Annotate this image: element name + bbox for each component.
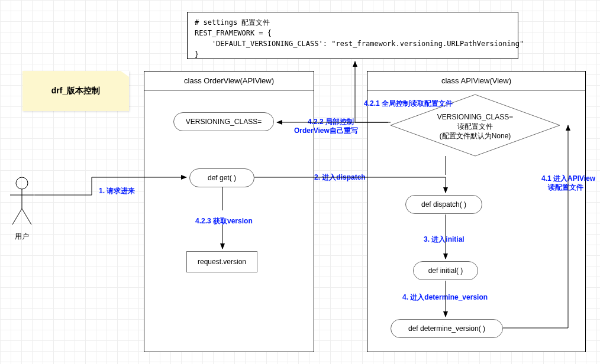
diamond-line1: VERSIONING_CLASS= [437,113,513,121]
apiview-def-determine: def determine_version( ) [391,319,503,338]
apiview-def-initial: def initial( ) [413,261,478,280]
title-note: drf_版本控制 [22,71,129,111]
orderview-request-version: request.version [186,251,257,272]
orderview-versioning-class: VERSIONING_CLASS= [173,112,274,131]
label-421: 4.2.1 全局控制读取配置文件 [364,99,453,109]
apiview-title: class APIView(View) [367,72,585,90]
label-423: 4.2.3 获取version [195,216,253,226]
label-1: 1. 请求进来 [99,186,135,196]
svg-line-4 [12,209,22,225]
label-41b: 读配置文件 [548,183,583,193]
orderview-title: class OrderView(APIView) [144,72,314,90]
svg-point-1 [16,177,28,189]
label-3: 3. 进入initial [424,235,464,245]
user-actor: 用户 [9,176,35,242]
label-422b: OrderView自己重写 [294,126,358,136]
user-label: 用户 [9,232,35,242]
note-text: drf_版本控制 [51,86,100,96]
diamond-line3: (配置文件默认为None) [440,132,511,140]
svg-line-5 [22,209,31,225]
apiview-def-dispatch: def dispatch( ) [405,195,482,214]
label-4: 4. 进入determine_version [402,292,488,303]
orderview-def-get: def get( ) [189,168,254,187]
diamond-line2: 读配置文件 [457,122,493,131]
settings-code-box: # settings 配置文件 REST_FRAMEWORK = { 'DEFA… [187,12,518,59]
label-2: 2. 进入dispatch [314,173,366,183]
